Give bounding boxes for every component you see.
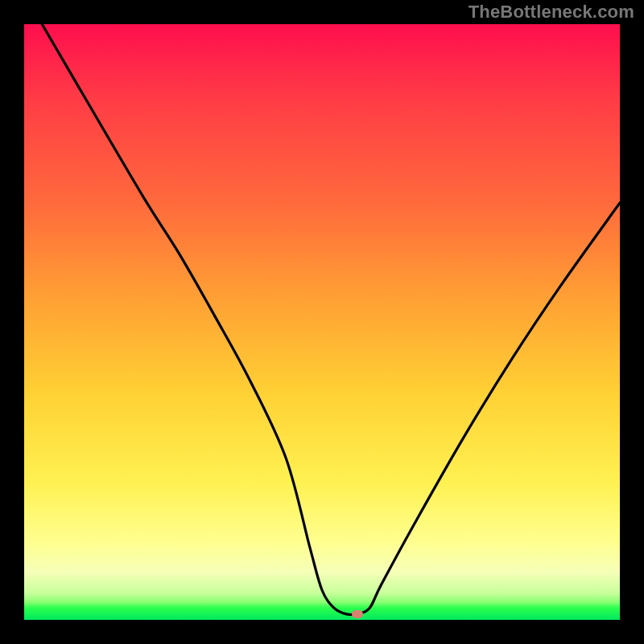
bottleneck-curve [24,24,620,620]
chart-frame: TheBottleneck.com [0,0,644,644]
plot-area [24,24,620,620]
curve-path [42,24,620,615]
optimal-point-marker [352,610,363,618]
watermark-text: TheBottleneck.com [469,2,634,23]
